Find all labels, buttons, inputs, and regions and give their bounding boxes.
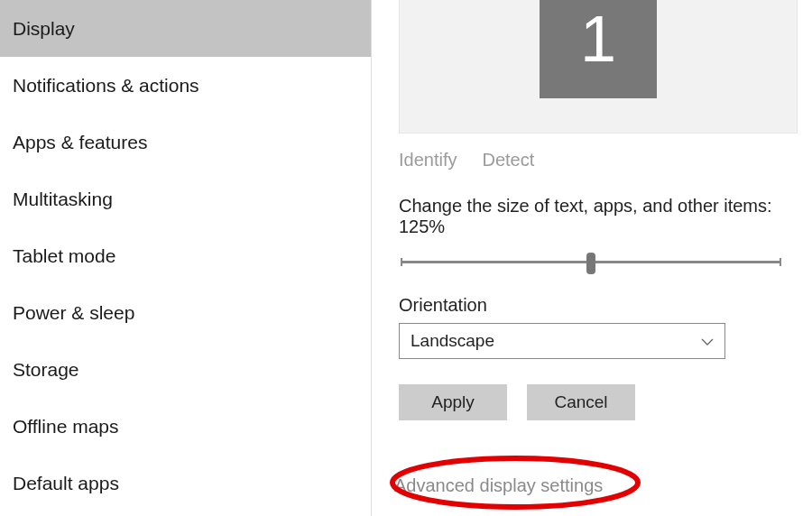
slider-tick bbox=[401, 258, 402, 266]
sidebar-item-label: Multitasking bbox=[13, 189, 113, 210]
sidebar-item-apps-features[interactable]: Apps & features bbox=[0, 114, 371, 170]
settings-window: Display Notifications & actions Apps & f… bbox=[0, 0, 812, 516]
scale-label: Change the size of text, apps, and other… bbox=[399, 196, 812, 237]
orientation-value: Landscape bbox=[411, 331, 494, 351]
sidebar-item-label: Apps & features bbox=[13, 132, 147, 153]
chevron-down-icon bbox=[701, 331, 714, 351]
sidebar-item-multitasking[interactable]: Multitasking bbox=[0, 170, 371, 227]
sidebar-item-label: Default apps bbox=[13, 473, 119, 494]
cancel-button[interactable]: Cancel bbox=[527, 384, 635, 420]
scale-slider[interactable] bbox=[399, 250, 783, 275]
apply-cancel-row: Apply Cancel bbox=[399, 384, 812, 420]
detect-link[interactable]: Detect bbox=[482, 150, 534, 170]
sidebar-item-power-sleep[interactable]: Power & sleep bbox=[0, 284, 371, 341]
sidebar-item-notifications[interactable]: Notifications & actions bbox=[0, 57, 371, 114]
settings-sidebar: Display Notifications & actions Apps & f… bbox=[0, 0, 372, 516]
sidebar-item-label: Power & sleep bbox=[13, 302, 134, 324]
slider-tick bbox=[780, 258, 781, 266]
display-settings-panel: 1 Identify Detect Change the size of tex… bbox=[372, 0, 812, 516]
sidebar-item-storage[interactable]: Storage bbox=[0, 341, 371, 398]
advanced-display-settings-link[interactable]: Advanced display settings bbox=[394, 475, 603, 495]
identify-link[interactable]: Identify bbox=[399, 150, 457, 170]
monitor-preview-links: Identify Detect bbox=[399, 150, 812, 170]
sidebar-item-offline-maps[interactable]: Offline maps bbox=[0, 398, 371, 455]
monitor-number: 1 bbox=[580, 2, 616, 76]
sidebar-item-display[interactable]: Display bbox=[0, 0, 371, 57]
sidebar-item-default-apps[interactable]: Default apps bbox=[0, 455, 371, 511]
sidebar-item-label: Tablet mode bbox=[13, 245, 115, 267]
monitor-tile-1[interactable]: 1 bbox=[540, 0, 657, 98]
sidebar-item-label: Display bbox=[13, 18, 75, 40]
sidebar-item-tablet-mode[interactable]: Tablet mode bbox=[0, 227, 371, 284]
sidebar-item-label: Offline maps bbox=[13, 416, 119, 438]
slider-thumb[interactable] bbox=[586, 253, 595, 274]
sidebar-item-label: Storage bbox=[13, 359, 79, 381]
monitor-preview-area: 1 bbox=[399, 0, 798, 134]
orientation-dropdown[interactable]: Landscape bbox=[399, 323, 725, 359]
apply-button[interactable]: Apply bbox=[399, 384, 507, 420]
sidebar-item-label: Notifications & actions bbox=[13, 75, 199, 97]
orientation-label: Orientation bbox=[399, 295, 812, 316]
